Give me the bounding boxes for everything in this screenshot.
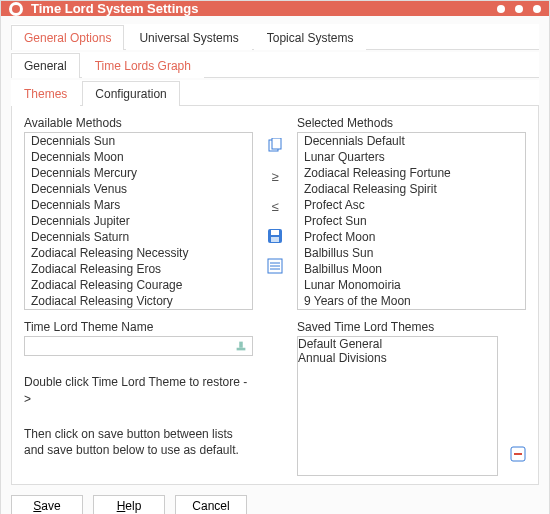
col-available: Available Methods Decennials SunDecennia… (24, 116, 253, 476)
tab-configuration[interactable]: Configuration (82, 81, 179, 106)
footer: Save Help Cancel (11, 485, 539, 514)
selected-label: Selected Methods (297, 116, 526, 130)
save-icon[interactable] (267, 228, 283, 244)
cancel-button[interactable]: Cancel (175, 495, 247, 514)
list-item[interactable]: Decennials Default (298, 133, 525, 149)
tab-label: General Options (24, 31, 111, 45)
available-label: Available Methods (24, 116, 253, 130)
tabs-inner: Themes Configuration (11, 80, 539, 106)
close-button[interactable] (533, 5, 541, 13)
list-item[interactable]: 129 Year System (298, 309, 525, 310)
list-item[interactable]: Decennials Mars (25, 197, 252, 213)
tab-general-options[interactable]: General Options (11, 25, 124, 50)
list-icon[interactable] (267, 258, 283, 274)
move-left-icon[interactable]: ≤ (267, 198, 283, 214)
svg-rect-13 (514, 453, 522, 455)
theme-name-input[interactable] (24, 336, 253, 356)
list-item[interactable]: Decennials Sun (25, 133, 252, 149)
list-item[interactable]: Zodiacal Releasing Necessity (25, 245, 252, 261)
help-button[interactable]: Help (93, 495, 165, 514)
list-item[interactable]: Zodiacal Releasing Courage (25, 277, 252, 293)
tab-label: Configuration (95, 87, 166, 101)
hint-restore: Double click Time Lord Theme to restore … (24, 374, 253, 408)
list-item[interactable]: Lunar Monomoiria (298, 277, 525, 293)
minimize-button[interactable] (497, 5, 505, 13)
svg-rect-4 (272, 138, 281, 149)
list-item[interactable]: Decennials Saturn (25, 229, 252, 245)
window-title: Time Lord System Settings (31, 1, 497, 16)
list-item[interactable]: Zodiacal Releasing Fortune (298, 165, 525, 181)
list-item[interactable]: Profect Moon (298, 229, 525, 245)
col-transfer-buttons: ≥ ≤ (265, 116, 285, 476)
svg-rect-7 (271, 237, 279, 242)
cancel-label: Cancel (192, 499, 229, 513)
list-item[interactable]: Lunar Quarters (298, 149, 525, 165)
configuration-panel: Available Methods Decennials SunDecennia… (11, 106, 539, 485)
window-controls (497, 5, 541, 13)
saved-label: Saved Time Lord Themes (297, 320, 526, 334)
tab-label: Topical Systems (267, 31, 354, 45)
hint-save: Then click on save button between lists … (24, 426, 253, 460)
saved-themes-group: Saved Time Lord Themes Default GeneralAn… (297, 320, 526, 476)
delete-icon[interactable] (510, 446, 526, 462)
window: Time Lord System Settings General Option… (0, 0, 550, 514)
svg-rect-1 (237, 348, 246, 351)
tab-label: Universal Systems (139, 31, 238, 45)
list-item[interactable]: Profect Asc (298, 197, 525, 213)
titlebar: Time Lord System Settings (1, 1, 549, 16)
tab-label: General (24, 59, 67, 73)
list-item[interactable]: Decennials Moon (25, 149, 252, 165)
available-methods-list[interactable]: Decennials SunDecennials MoonDecennials … (24, 132, 253, 310)
list-item[interactable]: Annual Divisions (298, 351, 497, 365)
list-item[interactable]: Zodiacal Releasing Victory (25, 293, 252, 309)
tab-themes[interactable]: Themes (11, 81, 80, 106)
list-item[interactable]: Decennials Venus (25, 181, 252, 197)
tab-general[interactable]: General (11, 53, 80, 78)
copy-icon[interactable] (267, 138, 283, 154)
app-icon (9, 2, 23, 16)
list-item[interactable]: Balbillus Sun (298, 245, 525, 261)
tabs-top: General Options Universal Systems Topica… (11, 24, 539, 50)
list-item[interactable]: Zodiacal Releasing Spirit (298, 181, 525, 197)
save-button[interactable]: Save (11, 495, 83, 514)
tab-label: Themes (24, 87, 67, 101)
maximize-button[interactable] (515, 5, 523, 13)
saved-themes-list[interactable]: Default GeneralAnnual Divisions (297, 336, 498, 476)
svg-rect-2 (239, 342, 243, 348)
list-item[interactable]: Zodiacal Releasing Eros (25, 261, 252, 277)
theme-name-label: Time Lord Theme Name (24, 320, 253, 334)
svg-point-0 (12, 5, 20, 13)
stamp-icon[interactable] (233, 338, 249, 354)
list-item[interactable]: Balbillus Moon (298, 261, 525, 277)
tab-topical-systems[interactable]: Topical Systems (254, 25, 367, 50)
content: General Options Universal Systems Topica… (1, 16, 549, 514)
selected-methods-list[interactable]: Decennials DefaultLunar QuartersZodiacal… (297, 132, 526, 310)
col-selected: Selected Methods Decennials DefaultLunar… (297, 116, 526, 476)
list-item[interactable]: Default General (298, 337, 497, 351)
move-right-icon[interactable]: ≥ (267, 168, 283, 184)
tab-time-lords-graph[interactable]: Time Lords Graph (82, 53, 204, 78)
tabs-mid: General Time Lords Graph (11, 52, 539, 78)
list-item[interactable]: Decennials Mercury (25, 165, 252, 181)
tab-universal-systems[interactable]: Universal Systems (126, 25, 251, 50)
tab-label: Time Lords Graph (95, 59, 191, 73)
theme-name-field: Time Lord Theme Name (24, 320, 253, 356)
list-item[interactable]: Zodiacal Releasing Nemesis (25, 309, 252, 310)
list-item[interactable]: 9 Years of the Moon (298, 293, 525, 309)
svg-rect-6 (271, 230, 279, 235)
list-item[interactable]: Decennials Jupiter (25, 213, 252, 229)
list-item[interactable]: Profect Sun (298, 213, 525, 229)
